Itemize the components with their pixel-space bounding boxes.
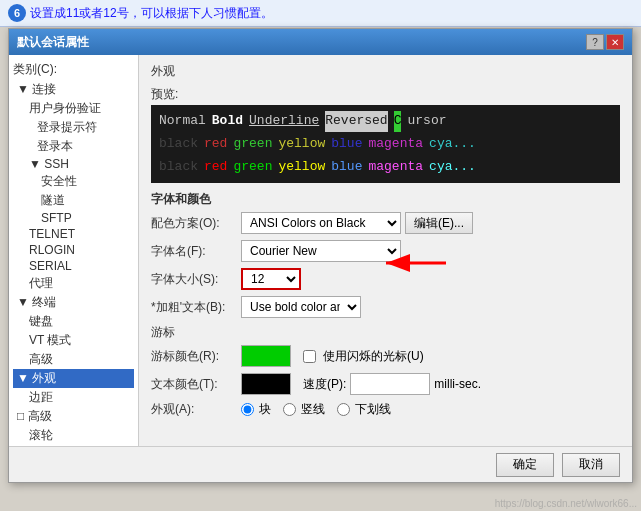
color-scheme-label: 配色方案(O): [151,215,241,232]
dialog-footer: 确定 取消 [9,446,632,482]
tree-item-sftp[interactable]: SFTP [13,210,134,226]
preview-cursor-rest: ursor [407,111,446,132]
font-size-select[interactable]: 12 [241,268,301,290]
font-name-row: 字体名(F): Courier New [151,240,620,262]
dialog: 默认会话属性 ? ✕ 类别(C): ▼ 连接 用户身份验证 登录提示符 登录本 … [8,28,633,483]
tree-item-yonghu[interactable]: 用户身份验证 [13,99,134,118]
tree-item-gaoji[interactable]: □ 高级 [13,407,134,426]
flash-cursor-checkbox[interactable] [303,350,316,363]
pv-r3-blue: blue [331,157,362,178]
font-color-title: 字体和颜色 [151,191,620,208]
cursor-vertline-option[interactable]: 竖线 [283,401,325,418]
tree-item-denglu-tishi[interactable]: 登录提示符 [13,118,134,137]
preview-box: Normal Bold Underline Reversed Cursor bl… [151,105,620,183]
left-panel: 类别(C): ▼ 连接 用户身份验证 登录提示符 登录本 ▼ SSH 安全性 隧… [9,55,139,482]
bold-text-label: *加粗'文本(B): [151,299,241,316]
cursor-appear-row: 外观(A): 块 竖线 [151,401,620,418]
expand-icon: ▼ [17,82,29,96]
font-size-label: 字体大小(S): [151,271,241,288]
speed-input[interactable] [350,373,430,395]
title-bar-buttons: ? ✕ [586,34,624,50]
tree-item-denglu-ben[interactable]: 登录本 [13,137,134,156]
preview-underline: Underline [249,111,319,132]
color-scheme-row: 配色方案(O): ANSI Colors on Black 编辑(E)... [151,212,620,234]
right-panel: 外观 预览: Normal Bold Underline Reversed Cu… [139,55,632,482]
speed-label: 速度(P): [303,376,346,393]
tree-item-waiguan[interactable]: ▼ 外观 [13,369,134,388]
font-name-select[interactable]: Courier New [241,240,401,262]
tree-item-telnet[interactable]: TELNET [13,226,134,242]
preview-normal: Normal [159,111,206,132]
category-label: 类别(C): [13,59,134,80]
close-button[interactable]: ✕ [606,34,624,50]
cursor-block-radio[interactable] [241,403,254,416]
cursor-underline-label: 下划线 [355,401,391,418]
help-button[interactable]: ? [586,34,604,50]
pv-r2-cyan: cya... [429,134,476,155]
tree-item-suidao[interactable]: 隧道 [13,191,134,210]
bold-text-row: *加粗'文本(B): Use bold color and font [151,296,620,318]
pv-r2-red: red [204,134,227,155]
tree-item-zhongduan[interactable]: ▼ 终端 [13,293,134,312]
pv-r2-yellow: yellow [278,134,325,155]
title-bar: 默认会话属性 ? ✕ [9,29,632,55]
font-name-label: 字体名(F): [151,243,241,260]
pv-r2-blue: blue [331,134,362,155]
watermark: https://blog.csdn.net/wlwork66... [495,498,637,509]
expand-icon-zhongduan: ▼ [17,295,29,309]
pv-r2-black: black [159,134,198,155]
annotation-text: 设置成11或者12号，可以根据下人习惯配置。 [30,5,273,22]
pv-r3-yellow: yellow [278,157,325,178]
cursor-vertline-radio[interactable] [283,403,296,416]
section-title: 外观 [151,63,620,80]
text-color-button[interactable] [241,373,291,395]
color-scheme-select[interactable]: ANSI Colors on Black [241,212,401,234]
cursor-title: 游标 [151,324,620,341]
tree-item-lianjie[interactable]: ▼ 连接 [13,80,134,99]
dialog-title: 默认会话属性 [17,34,89,51]
text-color-row: 文本颜色(T): 速度(P): milli-sec. [151,373,620,395]
ok-button[interactable]: 确定 [496,453,554,477]
preview-cursor: C [394,111,402,132]
pv-r3-magenta: magenta [368,157,423,178]
cursor-block-option[interactable]: 块 [241,401,271,418]
tree-item-anquan[interactable]: 安全性 [13,172,134,191]
cursor-color-button[interactable] [241,345,291,367]
cursor-appear-label: 外观(A): [151,401,241,418]
tree-item-daili[interactable]: 代理 [13,274,134,293]
cursor-radio-group: 块 竖线 下划线 [241,401,391,418]
tree-item-gaoji-terminal[interactable]: 高级 [13,350,134,369]
cursor-section: 游标 游标颜色(R): 使用闪烁的光标(U) [151,324,620,418]
dialog-body: 类别(C): ▼ 连接 用户身份验证 登录提示符 登录本 ▼ SSH 安全性 隧… [9,55,632,482]
cursor-block-label: 块 [259,401,271,418]
expand-icon-waiguan: ▼ [17,371,29,385]
bold-text-select[interactable]: Use bold color and font [241,296,361,318]
edit-button[interactable]: 编辑(E)... [405,212,473,234]
preview-label: 预览: [151,86,620,103]
pv-r2-green: green [233,134,272,155]
cursor-underline-radio[interactable] [337,403,350,416]
speed-unit: milli-sec. [434,377,481,391]
tree-item-jianpan[interactable]: 键盘 [13,312,134,331]
cursor-color-label: 游标颜色(R): [151,348,241,365]
cursor-underline-option[interactable]: 下划线 [337,401,391,418]
tree-item-rlogin[interactable]: RLOGIN [13,242,134,258]
pv-r3-black: black [159,157,198,178]
tree-item-serial[interactable]: SERIAL [13,258,134,274]
tree-item-ssh[interactable]: ▼ SSH [13,156,134,172]
tree-item-gundong[interactable]: 滚轮 [13,426,134,445]
expand-icon-ssh: ▼ [29,157,41,171]
cancel-button[interactable]: 取消 [562,453,620,477]
pv-r3-green: green [233,157,272,178]
cursor-color-row: 游标颜色(R): 使用闪烁的光标(U) [151,345,620,367]
preview-reversed: Reversed [325,111,387,132]
step-number: 6 [8,4,26,22]
tree-item-vtmode[interactable]: VT 模式 [13,331,134,350]
flash-cursor-label: 使用闪烁的光标(U) [323,348,424,365]
pv-r2-magenta: magenta [368,134,423,155]
cursor-vertline-label: 竖线 [301,401,325,418]
pv-r3-red: red [204,157,227,178]
font-size-row: 字体大小(S): 12 [151,268,620,290]
tree-item-bianju[interactable]: 边距 [13,388,134,407]
preview-bold: Bold [212,111,243,132]
